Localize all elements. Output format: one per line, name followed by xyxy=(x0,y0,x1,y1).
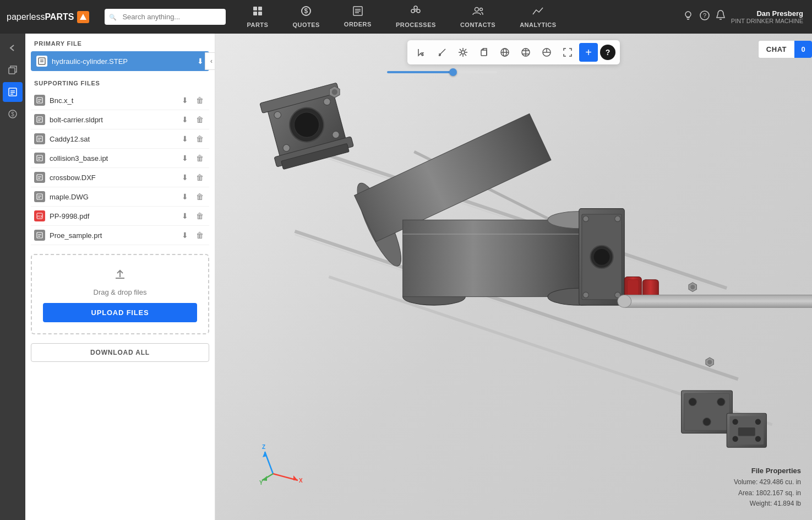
svg-text:Z: Z xyxy=(262,444,265,450)
sidebar-back-btn[interactable] xyxy=(3,38,23,58)
bell-icon[interactable] xyxy=(716,10,726,24)
bulb-icon[interactable] xyxy=(683,10,694,24)
file-row-actions: ⬇🗑 xyxy=(179,95,206,106)
file-row-actions: ⬇🗑 xyxy=(179,210,206,221)
svg-rect-120 xyxy=(624,295,812,308)
file-row-name: bolt-carrier.sldprt xyxy=(50,116,179,124)
supporting-files-label: SUPPORTING FILES xyxy=(25,73,215,91)
svg-point-17 xyxy=(685,12,691,17)
primary-file-label: PRIMARY FILE xyxy=(25,34,215,51)
file-delete-btn[interactable]: 🗑 xyxy=(194,191,206,202)
help-icon[interactable]: ? xyxy=(699,10,710,24)
supporting-files-list: Bnc.x_t⬇🗑bolt-carrier.sldprt⬇🗑Caddy12.sa… xyxy=(25,91,215,245)
file-row-name: collision3_base.ipt xyxy=(50,154,179,162)
file-delete-btn[interactable]: 🗑 xyxy=(194,133,206,144)
file-type-icon xyxy=(34,230,45,241)
svg-text:?: ? xyxy=(703,12,706,19)
svg-point-113 xyxy=(583,292,588,297)
file-row[interactable]: PDFPP-9998.pdf⬇🗑 xyxy=(31,207,209,226)
processes-icon xyxy=(410,6,422,19)
svg-rect-42 xyxy=(37,155,42,161)
file-row-actions: ⬇🗑 xyxy=(179,191,206,202)
primary-file-row[interactable]: hydraulic-cylinder.STEP ⬇ ‹ xyxy=(31,51,209,71)
file-properties-area: Area: 1802.167 sq. in xyxy=(734,488,801,499)
file-row-actions: ⬇🗑 xyxy=(179,172,206,183)
file-panel: PRIMARY FILE hydraulic-cylinder.STEP ⬇ ‹… xyxy=(25,34,215,520)
file-download-btn[interactable]: ⬇ xyxy=(179,191,190,202)
file-row[interactable]: Proe_sample.prt⬇🗑 xyxy=(31,226,209,245)
file-delete-btn[interactable]: 🗑 xyxy=(194,210,206,221)
svg-rect-45 xyxy=(37,175,42,180)
svg-rect-36 xyxy=(37,117,42,122)
search-wrap xyxy=(105,9,226,25)
file-row[interactable]: bolt-carrier.sldprt⬇🗑 xyxy=(31,110,209,129)
file-delete-btn[interactable]: 🗑 xyxy=(194,230,206,241)
file-row[interactable]: maple.DWG⬇🗑 xyxy=(31,187,209,207)
file-row-actions: ⬇🗑 xyxy=(179,230,206,241)
svg-point-130 xyxy=(717,398,725,405)
svg-rect-33 xyxy=(37,98,42,103)
file-delete-btn[interactable]: 🗑 xyxy=(194,153,206,164)
file-download-btn[interactable]: ⬇ xyxy=(179,133,190,144)
svg-point-15 xyxy=(475,8,479,12)
file-row[interactable]: Caddy12.sat⬇🗑 xyxy=(31,129,209,149)
svg-point-135 xyxy=(755,419,761,425)
file-download-btn[interactable]: ⬇ xyxy=(179,153,190,164)
svg-rect-24 xyxy=(9,88,17,96)
svg-point-101 xyxy=(332,89,337,95)
axes-indicator: Z X Y xyxy=(259,441,303,487)
file-download-btn[interactable]: ⬇ xyxy=(179,95,190,106)
upload-files-btn[interactable]: UPLOAD FILES xyxy=(43,303,197,322)
svg-point-112 xyxy=(615,216,620,221)
nav-item-analytics[interactable]: ANALYTICS xyxy=(508,1,568,32)
svg-point-116 xyxy=(594,249,610,265)
file-row-name: Bnc.x_t xyxy=(50,96,179,105)
nav-item-processes[interactable]: PROCESSES xyxy=(384,1,448,32)
svg-point-126 xyxy=(707,360,712,364)
primary-file-icon xyxy=(36,56,47,67)
nav-item-parts[interactable]: PARTS xyxy=(235,1,280,32)
sidebar-dollar-btn[interactable]: $ xyxy=(3,104,23,124)
file-delete-btn[interactable]: 🗑 xyxy=(194,172,206,183)
primary-file-name: hydraulic-cylinder.STEP xyxy=(52,57,197,66)
nav-item-orders[interactable]: ORDERS xyxy=(332,2,384,32)
svg-rect-53 xyxy=(37,232,42,238)
primary-file-download-btn[interactable]: ⬇ xyxy=(197,57,204,66)
file-row[interactable]: crossbow.DXF⬇🗑 xyxy=(31,168,209,187)
download-all-btn[interactable]: DOWNLOAD ALL xyxy=(31,343,209,362)
search-input[interactable] xyxy=(105,9,226,25)
model-viewer[interactable] xyxy=(215,34,812,520)
nav-item-contacts[interactable]: CONTACTS xyxy=(448,1,508,32)
file-row-name: Proe_sample.prt xyxy=(50,231,179,240)
file-row-actions: ⬇🗑 xyxy=(179,114,206,125)
file-delete-btn[interactable]: 🗑 xyxy=(194,114,206,125)
svg-rect-1 xyxy=(253,7,257,10)
svg-text:$: $ xyxy=(304,7,308,15)
svg-rect-39 xyxy=(37,136,42,142)
svg-point-137 xyxy=(755,436,761,442)
file-download-btn[interactable]: ⬇ xyxy=(179,114,190,125)
file-download-btn[interactable]: ⬇ xyxy=(179,210,190,221)
svg-rect-48 xyxy=(37,194,42,199)
file-type-icon xyxy=(34,191,45,202)
collapse-panel-btn[interactable]: ‹ xyxy=(205,52,215,70)
svg-marker-143 xyxy=(293,475,298,480)
svg-point-111 xyxy=(583,216,588,221)
file-row[interactable]: collision3_base.ipt⬇🗑 xyxy=(31,149,209,168)
logo-area: paperlessPARTS xyxy=(0,11,96,23)
file-type-icon xyxy=(34,153,45,164)
viewport[interactable]: + ? CHAT 0 xyxy=(215,34,812,520)
nav-items: PARTS $ QUOTES ORDERS PROCESSES CONTACTS xyxy=(235,1,682,32)
file-download-btn[interactable]: ⬇ xyxy=(179,230,190,241)
nav-item-quotes[interactable]: $ QUOTES xyxy=(280,1,331,32)
sidebar-files-btn[interactable] xyxy=(3,82,23,102)
file-delete-btn[interactable]: 🗑 xyxy=(194,95,206,106)
svg-rect-23 xyxy=(9,68,15,74)
file-properties-weight: Weight: 41.894 lb xyxy=(734,499,801,509)
main-layout: $ PRIMARY FILE hydraulic-cylinder.STEP ⬇… xyxy=(0,34,812,520)
file-row[interactable]: Bnc.x_t⬇🗑 xyxy=(31,91,209,110)
user-info: Dan Presberg PINT DRINKER MACHINE xyxy=(731,9,803,24)
sidebar-cube-btn[interactable] xyxy=(3,60,23,80)
file-download-btn[interactable]: ⬇ xyxy=(179,172,190,183)
upload-text: Drag & drop files xyxy=(94,288,147,296)
